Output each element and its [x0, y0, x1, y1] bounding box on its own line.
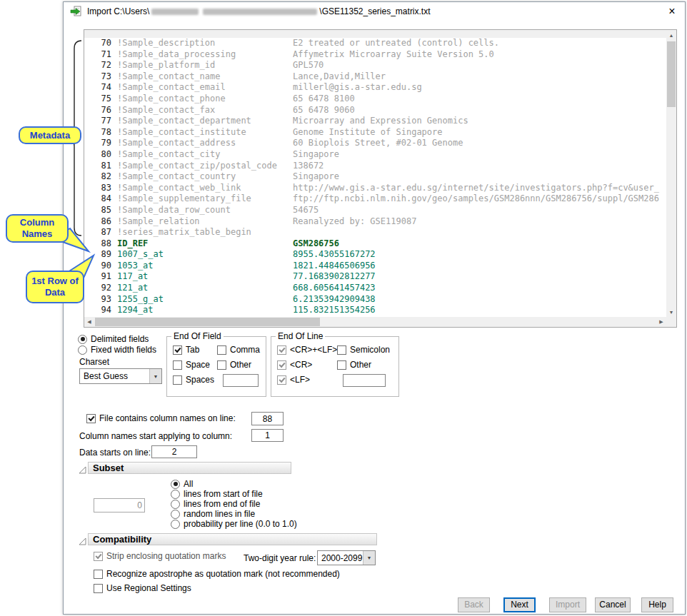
preview-lines: 70!Sample_descriptionE2 treated or untre…	[84, 38, 666, 317]
end-of-field-group: End Of Field Tab Comma Space Other Space…	[166, 336, 266, 397]
other-line-input[interactable]	[343, 374, 386, 387]
chevron-down-icon: ▼	[149, 369, 161, 383]
subset-end-option[interactable]: lines from end of file	[171, 499, 260, 509]
semicolon-checkbox[interactable]	[337, 345, 346, 355]
space-option[interactable]: Space	[173, 360, 210, 370]
semicolon-label: Semicolon	[350, 345, 390, 355]
subset-start-option[interactable]: lines from start of file	[171, 489, 263, 499]
cr-option[interactable]: <CR>	[277, 360, 312, 370]
preview-line: 78!Sample_contact_instituteGenome Instit…	[84, 127, 666, 138]
vertical-scroll-thumb[interactable]	[667, 41, 676, 107]
horizontal-scroll-thumb[interactable]	[95, 318, 320, 326]
scroll-up-icon[interactable]: ▲	[666, 30, 676, 40]
subset-all-radio[interactable]	[171, 480, 180, 489]
scroll-right-icon[interactable]: ▶	[656, 317, 666, 327]
lf-checkbox[interactable]	[277, 375, 286, 385]
data-start-input[interactable]	[151, 445, 197, 458]
fixed-width-radio[interactable]	[78, 345, 87, 355]
window-title-suffix: \GSE11352_series_matrix.txt	[319, 6, 430, 16]
lf-option[interactable]: <LF>	[277, 375, 310, 385]
strip-quotes-option[interactable]: Strip enclosing quotation marks	[94, 551, 226, 561]
space-label: Space	[186, 360, 210, 370]
charset-dropdown[interactable]: Best Guess ▼	[79, 368, 162, 384]
subset-start-label: lines from start of file	[184, 489, 263, 499]
next-button[interactable]: Next	[503, 597, 536, 612]
apostrophe-checkbox[interactable]	[94, 570, 103, 579]
preview-line: 82!Sample_contact_countrySingapore	[84, 171, 666, 183]
column-start-label: Column names start applying to column:	[79, 431, 232, 441]
regional-settings-checkbox[interactable]	[94, 584, 103, 593]
data-start-label: Data starts on line:	[79, 448, 151, 458]
chevron-down-icon: ▼	[363, 551, 375, 565]
compatibility-section-header[interactable]: Compatibility	[88, 533, 377, 545]
comma-option[interactable]: Comma	[217, 345, 260, 355]
comma-checkbox[interactable]	[217, 345, 226, 355]
column-start-input[interactable]	[251, 429, 284, 442]
spaces-option[interactable]: Spaces	[173, 375, 214, 385]
tab-checkbox[interactable]	[173, 345, 182, 355]
other-field-checkbox[interactable]	[217, 360, 226, 370]
preview-line: 941294_at115.832151354256	[84, 305, 666, 316]
subset-section-header[interactable]: Subset	[88, 462, 291, 474]
scroll-down-icon[interactable]: ▼	[666, 307, 676, 317]
subset-random-radio[interactable]	[171, 510, 180, 519]
subset-all-option[interactable]: All	[171, 479, 193, 489]
tab-option[interactable]: Tab	[173, 345, 199, 355]
regional-settings-option[interactable]: Use Regional Settings	[94, 583, 191, 593]
other-line-checkbox[interactable]	[337, 360, 346, 370]
import-button[interactable]: Import	[549, 597, 586, 612]
subset-probability-radio[interactable]	[171, 520, 180, 529]
redacted-path-segment	[203, 9, 317, 15]
crlf-checkbox[interactable]	[277, 345, 286, 355]
scroll-left-icon[interactable]: ◀	[84, 317, 94, 327]
preview-line: 79!Sample_contact_address60 Bioplois Str…	[84, 138, 666, 149]
vertical-scrollbar[interactable]: ▲ ▼	[666, 30, 676, 317]
end-of-line-group: End Of Line <CR>+<LF> Semicolon <CR> Oth…	[271, 336, 399, 397]
spaces-checkbox[interactable]	[173, 375, 182, 385]
space-checkbox[interactable]	[173, 360, 182, 370]
delimited-radio[interactable]	[78, 335, 87, 344]
first-row-callout: 1st Row of Data	[26, 271, 84, 303]
crlf-option[interactable]: <CR>+<LF>	[277, 345, 337, 355]
apostrophe-option[interactable]: Recognize apostrophe as quotation mark (…	[94, 569, 340, 579]
other-field-option[interactable]: Other	[217, 360, 251, 370]
subset-start-radio[interactable]	[171, 490, 180, 499]
fixed-width-fields-option[interactable]: Fixed width fields	[78, 345, 156, 355]
semicolon-option[interactable]: Semicolon	[337, 345, 390, 355]
other-line-option[interactable]: Other	[337, 360, 371, 370]
preview-line: 81!Sample_contact_zip/postal_code138672	[84, 161, 666, 172]
cancel-button[interactable]: Cancel	[595, 597, 631, 612]
subset-end-radio[interactable]	[171, 500, 180, 509]
end-of-field-title: End Of Field	[171, 331, 224, 341]
preview-line: 901053_at1821.44846506956	[84, 261, 666, 272]
year-rule-label: Two-digit year rule:	[244, 553, 316, 563]
help-button[interactable]: Help	[641, 597, 673, 612]
fixed-width-label: Fixed width fields	[91, 345, 156, 355]
column-names-line-option[interactable]: File contains column names on line:	[86, 413, 236, 423]
cr-checkbox[interactable]	[277, 360, 286, 370]
strip-quotes-checkbox[interactable]	[94, 552, 103, 561]
subset-probability-option[interactable]: probability per line (0.0 to 1.0)	[171, 519, 297, 529]
other-field-input[interactable]	[223, 374, 259, 387]
lf-label: <LF>	[290, 375, 310, 385]
tab-label: Tab	[186, 345, 199, 355]
column-names-label: File contains column names on line:	[99, 413, 236, 423]
compatibility-disclosure-icon[interactable]	[79, 535, 86, 543]
year-rule-dropdown[interactable]: 2000-2099 ▼	[317, 550, 376, 565]
charset-label: Charset	[79, 357, 109, 367]
horizontal-scrollbar[interactable]: ◀ ▶	[84, 317, 666, 327]
column-names-checkbox[interactable]	[86, 414, 96, 423]
title-bar: Import C:\Users\ \GSE11352_series_matrix…	[64, 2, 685, 21]
back-button[interactable]: Back	[458, 597, 490, 612]
subset-all-label: All	[184, 479, 193, 489]
other-line-label: Other	[350, 360, 371, 370]
delimited-fields-option[interactable]: Delimited fields	[78, 334, 149, 344]
subset-random-option[interactable]: random lines in file	[171, 509, 255, 519]
column-names-line-input[interactable]	[251, 412, 284, 425]
subset-count-input	[94, 498, 145, 513]
redacted-path-segment	[151, 9, 199, 15]
other-field-label: Other	[230, 360, 251, 370]
close-icon[interactable]: ×	[665, 4, 679, 19]
subset-disclosure-icon[interactable]	[79, 464, 86, 472]
subset-end-label: lines from end of file	[184, 499, 260, 509]
